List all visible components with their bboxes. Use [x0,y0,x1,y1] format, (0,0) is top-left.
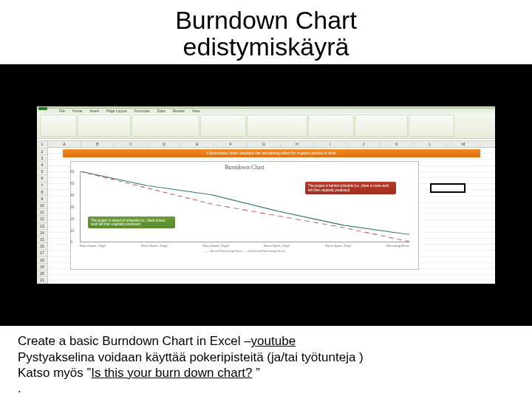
row-header[interactable]: 16 [37,243,47,250]
youtube-link[interactable]: youtube [251,334,296,348]
x-label: Hours Spent - Day2 [264,244,290,248]
col-header[interactable]: K [381,141,414,147]
col-header[interactable]: C [115,141,148,147]
caption-line-2: Pystyakselina voidaan käyttää pokeripist… [18,350,364,364]
y-tick: 60 [70,169,75,174]
y-tick: 30 [70,205,75,209]
x-label: Hours Spent - Day1 [325,244,351,248]
row-header[interactable]: 21 [37,277,47,284]
ribbon [37,113,495,139]
row-header[interactable]: 17 [37,250,47,256]
column-headers: A B C D E F G H I J K L M [48,141,495,148]
embedded-chart[interactable]: Burndown Chart 60 50 40 30 20 10 0 [70,161,419,270]
ribbon-group[interactable] [78,115,131,137]
ribbon-group[interactable] [132,115,200,137]
ribbon-group[interactable] [40,115,77,137]
row-header[interactable]: 19 [37,264,47,270]
row-header[interactable]: 15 [37,236,47,243]
chart-legend: ―― Actual Remaining Hours - - - Estimate… [71,249,418,253]
row-header[interactable]: 3 [37,155,47,162]
callout-behind-schedule: The project is behind schedule (i.e., th… [305,182,396,194]
caption-line-3a: Katso myös ” [18,366,91,380]
description-banner: A Burndown chart displays the remaining … [63,149,480,157]
x-label: Hours Spent - Day4 [141,244,167,248]
caption-line-4: . [18,381,21,395]
video-frame[interactable]: File Home Insert Page Layout Formulas Da… [0,64,532,326]
caption-block: Create a basic Burndown Chart in Excel –… [0,326,532,396]
row-header[interactable]: 18 [37,257,47,264]
chart-plot-area: 60 50 40 30 20 10 0 [80,171,409,242]
slide-title: Burndown Chart edistymiskäyrä [0,7,532,60]
row-header[interactable]: 2 [37,149,47,155]
col-header[interactable]: J [347,141,381,147]
worksheet: 1 2 3 4 5 6 7 8 9 10 11 12 13 14 15 16 1 [37,141,495,284]
ribbon-group[interactable] [308,115,354,137]
row-header[interactable]: 10 [37,202,47,209]
ribbon-group[interactable] [355,115,408,137]
y-tick: 0 [70,239,72,244]
cell-canvas[interactable]: A Burndown chart displays the remaining … [48,148,495,284]
row-header[interactable]: 14 [37,230,47,236]
col-header[interactable]: D [148,141,181,147]
article-link[interactable]: Is this your burn down chart? [91,366,252,380]
y-tick: 20 [70,216,75,221]
col-header[interactable]: H [281,141,314,147]
col-header[interactable]: I [314,141,347,147]
col-header[interactable]: E [181,141,214,147]
row-header[interactable]: 11 [37,209,47,216]
row-header[interactable]: 5 [37,168,47,175]
col-header[interactable]: A [48,141,81,147]
x-axis-labels: Hours Spent - Day5 Hours Spent - Day4 Ho… [80,244,409,248]
ribbon-group[interactable] [247,115,307,137]
col-header[interactable]: F [214,141,248,147]
row-header[interactable]: 7 [37,183,47,189]
col-header[interactable]: L [414,141,447,147]
selected-cell[interactable] [430,183,466,193]
ribbon-group[interactable] [409,115,454,137]
caption-line-3b: ” [252,366,259,380]
row-header[interactable]: 4 [37,162,47,168]
x-label: Hours Spent - Day3 [202,244,228,248]
callout-ahead-schedule: The project is ahead of schedule (i.e., … [88,216,175,228]
slide-root: Burndown Chart edistymiskäyrä File Home … [0,0,532,399]
quick-access-toolbar [37,106,495,109]
title-line-2: edistymiskäyrä [183,33,349,61]
chart-title: Burndown Chart [71,164,418,171]
grid-area: A B C D E F G H I J K L M [48,141,495,284]
row-header[interactable]: 1 [37,141,47,148]
col-header[interactable]: B [81,141,115,147]
y-tick: 40 [70,193,75,197]
x-label: Remaining Hours [386,244,409,248]
row-header[interactable]: 13 [37,223,47,230]
row-header[interactable]: 6 [37,175,47,182]
row-header[interactable]: 12 [37,216,47,222]
row-header[interactable]: 9 [37,196,47,202]
row-header[interactable]: 20 [37,270,47,277]
excel-window: File Home Insert Page Layout Formulas Da… [37,106,495,284]
x-label: Hours Spent - Day5 [80,244,106,248]
col-header[interactable]: M [447,141,480,147]
caption-line-1: Create a basic Burndown Chart in Excel – [18,334,251,348]
y-tick: 50 [70,181,75,185]
ribbon-group[interactable] [200,115,246,137]
y-tick: 10 [70,228,75,233]
row-headers: 1 2 3 4 5 6 7 8 9 10 11 12 13 14 15 16 1 [37,141,48,284]
row-header[interactable]: 8 [37,189,47,196]
title-line-1: Burndown Chart [175,6,357,34]
col-header[interactable]: G [248,141,281,147]
